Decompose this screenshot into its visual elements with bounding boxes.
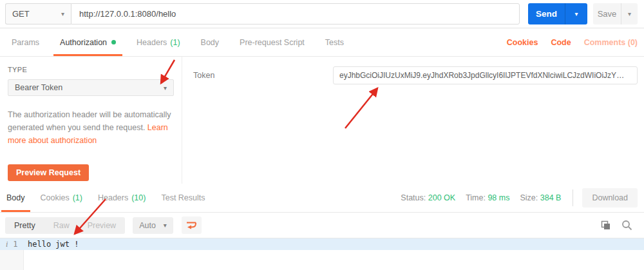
send-button[interactable]: Send — [528, 3, 565, 24]
view-pretty-segment[interactable]: Pretty — [5, 217, 44, 234]
cookies-link[interactable]: Cookies — [507, 28, 538, 56]
tab-prerequest-script[interactable]: Pre-request Script — [233, 28, 311, 56]
token-label: Token — [193, 71, 214, 80]
size-badge: Size: 384 B — [520, 193, 561, 202]
token-input[interactable] — [333, 66, 638, 84]
auth-type-select[interactable]: Bearer Token ▾ — [8, 79, 174, 96]
response-headers-count-badge: (10) — [131, 193, 146, 202]
time-value: 98 ms — [488, 193, 509, 202]
view-preview-segment[interactable]: Preview — [79, 217, 125, 234]
download-button[interactable]: Download — [582, 188, 638, 207]
response-tab-cookies[interactable]: Cookies (1) — [35, 184, 88, 212]
view-raw-segment[interactable]: Raw — [44, 217, 79, 234]
tab-params[interactable]: Params — [5, 28, 46, 56]
language-select[interactable]: Auto ▾ — [133, 217, 173, 234]
send-options-caret[interactable]: ▾ — [565, 3, 587, 24]
search-icon — [621, 220, 632, 231]
line-number: 1 — [13, 240, 17, 249]
chevron-down-icon: ▾ — [164, 84, 167, 92]
copy-button[interactable] — [600, 220, 611, 231]
save-button[interactable]: Save — [593, 3, 621, 24]
response-body-tools — [589, 220, 632, 231]
auth-description: The authorization header will be automat… — [8, 108, 175, 147]
auth-type-value: Bearer Token — [15, 83, 62, 92]
response-view-options: Pretty Raw Preview Auto ▾ — [0, 213, 644, 238]
method-value: GET — [12, 9, 30, 19]
save-options-caret[interactable]: ▾ — [621, 3, 638, 24]
wrap-lines-button[interactable] — [182, 217, 202, 234]
cookies-count-badge: (1) — [73, 193, 82, 202]
chevron-down-icon: ▾ — [164, 222, 167, 229]
response-tab-test-results[interactable]: Test Results — [156, 184, 210, 212]
wrap-lines-icon — [185, 220, 197, 230]
gutter-cell: i 1 — [0, 240, 24, 249]
status-badge: Status: 200 OK — [401, 193, 455, 202]
preview-request-button[interactable]: Preview Request — [8, 164, 89, 181]
response-body-editor[interactable]: i 1 hello jwt ! — [0, 238, 644, 270]
search-button[interactable] — [621, 220, 632, 231]
tab-authorization[interactable]: Authorization — [53, 28, 122, 56]
send-button-group: Send ▾ — [528, 3, 587, 24]
tab-body[interactable]: Body — [194, 28, 226, 56]
save-button-group: Save ▾ — [593, 3, 638, 24]
tab-headers[interactable]: Headers (1) — [130, 28, 187, 56]
method-select[interactable]: GET ▾ — [5, 3, 71, 24]
request-tabs: Params Authorization Headers (1) Body Pr… — [0, 28, 644, 57]
auth-active-dot — [111, 40, 116, 44]
response-header: Body Cookies (1) Headers (10) Test Resul… — [0, 184, 644, 213]
status-value: 200 OK — [428, 193, 455, 202]
code-line-1: i 1 hello jwt ! — [0, 238, 644, 250]
type-label: TYPE — [8, 66, 174, 73]
authorization-panel: TYPE Bearer Token ▾ The authorization he… — [0, 57, 644, 184]
code-link[interactable]: Code — [551, 28, 571, 56]
fold-info-icon[interactable]: i — [6, 240, 8, 249]
url-input[interactable] — [71, 3, 520, 24]
copy-icon — [600, 220, 611, 231]
request-bar: GET ▾ Send ▾ Save ▾ — [0, 0, 644, 28]
size-value: 384 B — [540, 193, 562, 202]
auth-type-pane: TYPE Bearer Token ▾ The authorization he… — [0, 57, 182, 184]
time-badge: Time: 98 ms — [466, 193, 509, 202]
tabs-spacer — [358, 28, 507, 56]
chevron-down-icon: ▾ — [61, 10, 64, 17]
view-mode-segmented-control: Pretty Raw Preview — [5, 217, 125, 234]
comments-link[interactable]: Comments (0) — [584, 28, 638, 56]
divider — [573, 189, 573, 206]
headers-count-badge: (1) — [170, 38, 180, 47]
language-value: Auto — [139, 221, 156, 230]
response-tab-headers[interactable]: Headers (10) — [93, 184, 151, 212]
auth-token-pane: Token — [182, 57, 644, 184]
response-meta: Status: 200 OK Time: 98 ms Size: 384 B D… — [401, 184, 644, 212]
response-tab-body[interactable]: Body — [1, 184, 30, 212]
tab-tests[interactable]: Tests — [319, 28, 350, 56]
response-body-text: hello jwt ! — [28, 240, 79, 249]
